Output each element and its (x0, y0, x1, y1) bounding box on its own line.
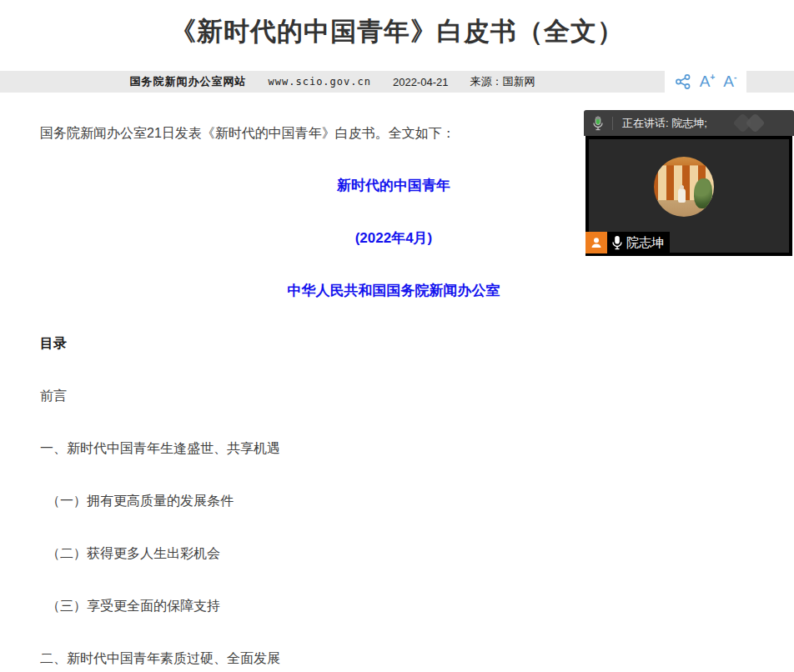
toc-item-chapter1: 一、新时代中国青年生逢盛世、共享机遇 (40, 439, 747, 458)
meta-toolbar: A+ A- (665, 71, 746, 93)
microphone-active-icon (592, 116, 604, 131)
avatar-plant-detail (694, 178, 712, 208)
publish-date: 2022-04-21 (393, 76, 449, 88)
document-author: 中华人民共和国国务院新闻办公室 (40, 281, 747, 300)
participant-name-tag: 院志坤 (585, 232, 670, 253)
meta-bar: 国务院新闻办公室网站 www.scio.gov.cn 2022-04-21 来源… (0, 71, 794, 93)
meta-bar-background-right (746, 71, 794, 93)
name-tag-body: 院志坤 (607, 232, 670, 253)
toc-item-preface: 前言 (40, 386, 747, 405)
active-speaker-mic (584, 116, 612, 131)
meeting-app-logo-icon (732, 113, 771, 133)
toc-item-chapter2: 二、新时代中国青年素质过硬、全面发展 (40, 649, 747, 668)
toc-item-section1-2: （二）获得更多人生出彩机会 (40, 544, 747, 563)
microphone-icon (611, 235, 623, 250)
source-label: 来源：国新网 (470, 74, 535, 89)
participant-avatar (654, 157, 714, 217)
status-bar-divider (612, 117, 613, 130)
site-url: www.scio.gov.cn (269, 76, 371, 88)
meeting-overlay: 正在讲话: 院志坤; (584, 110, 794, 256)
toc-heading: 目录 (40, 333, 747, 353)
font-increase-letter: A (700, 73, 711, 90)
person-icon (590, 236, 603, 249)
site-name: 国务院新闻办公室网站 (130, 74, 247, 89)
avatar-figure-detail (678, 188, 686, 203)
page: 《新时代的中国青年》白皮书（全文） 国务院新闻办公室网站 www.scio.go… (0, 14, 794, 672)
meeting-status-bar[interactable]: 正在讲话: 院志坤; (584, 110, 794, 136)
participant-video-tile[interactable]: 院志坤 (585, 136, 792, 256)
font-decrease-letter: A (723, 73, 734, 90)
font-decrease-button[interactable]: A- (723, 73, 736, 90)
speaking-status-text: 正在讲话: 院志坤; (622, 116, 707, 131)
font-decrease-sign: - (734, 73, 736, 82)
participant-name: 院志坤 (626, 235, 664, 251)
share-nodes-icon (675, 73, 691, 90)
toc-item-section1-1: （一）拥有更高质量的发展条件 (40, 491, 747, 510)
toc-item-section1-3: （三）享受更全面的保障支持 (40, 596, 747, 615)
meta-info: 国务院新闻办公室网站 www.scio.gov.cn 2022-04-21 来源… (0, 71, 665, 93)
participant-avatar-box (585, 232, 607, 253)
font-increase-sign: + (710, 73, 715, 82)
share-button[interactable] (675, 73, 691, 90)
page-title: 《新时代的中国青年》白皮书（全文） (0, 14, 794, 48)
font-increase-button[interactable]: A+ (700, 73, 716, 90)
